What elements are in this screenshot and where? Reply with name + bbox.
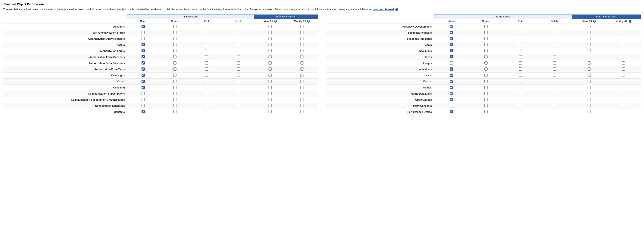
checkbox-cell-delete[interactable] bbox=[222, 79, 254, 85]
modify_all-checkbox[interactable] bbox=[300, 37, 304, 40]
checkbox-cell-view_all[interactable] bbox=[254, 54, 286, 60]
checkbox-cell-edit[interactable] bbox=[503, 97, 538, 103]
delete-checkbox[interactable] bbox=[237, 98, 240, 101]
checkbox-cell-delete[interactable] bbox=[538, 97, 572, 103]
checkbox-cell-delete[interactable] bbox=[538, 73, 572, 79]
edit-checkbox[interactable] bbox=[519, 80, 522, 83]
checkbox-cell-read[interactable] bbox=[127, 60, 159, 66]
checkbox-cell-create[interactable] bbox=[469, 54, 503, 60]
checkbox-cell-create[interactable] bbox=[159, 97, 191, 103]
modify_all-checkbox[interactable] bbox=[300, 110, 304, 113]
checkbox-cell-view_all[interactable] bbox=[254, 91, 286, 97]
checkbox-cell-view_all[interactable] bbox=[572, 97, 606, 103]
modify_all-checkbox[interactable] bbox=[300, 104, 304, 107]
edit-checkbox[interactable] bbox=[205, 55, 208, 58]
checkbox-cell-read[interactable] bbox=[127, 30, 159, 36]
right-viewall-info-icon[interactable]: i bbox=[593, 20, 596, 23]
checkbox-cell-edit[interactable] bbox=[191, 60, 222, 66]
create-checkbox[interactable] bbox=[484, 92, 488, 95]
checkbox-cell-edit[interactable] bbox=[191, 66, 222, 73]
checkbox-cell-modify_all[interactable] bbox=[606, 24, 641, 30]
edit-checkbox[interactable] bbox=[205, 98, 208, 101]
checkbox-cell-modify_all[interactable] bbox=[606, 91, 641, 97]
modify_all-checkbox[interactable] bbox=[622, 104, 625, 107]
checkbox-cell-create[interactable] bbox=[159, 60, 191, 66]
checkbox-cell-delete[interactable] bbox=[538, 36, 572, 42]
right-modifyall-info-icon[interactable]: i bbox=[629, 20, 631, 23]
checkbox-cell-create[interactable] bbox=[159, 91, 191, 97]
checkbox-cell-delete[interactable] bbox=[222, 42, 254, 48]
checkbox-cell-edit[interactable] bbox=[503, 109, 538, 115]
checkbox-cell-view_all[interactable] bbox=[572, 109, 606, 115]
create-checkbox[interactable] bbox=[484, 43, 488, 46]
checkbox-cell-create[interactable] bbox=[469, 48, 503, 54]
checkbox-cell-edit[interactable] bbox=[191, 73, 222, 79]
checkbox-cell-create[interactable] bbox=[159, 103, 191, 109]
checkbox-cell-view_all[interactable] bbox=[572, 60, 606, 66]
checkbox-cell-edit[interactable] bbox=[503, 36, 538, 42]
modify_all-checkbox[interactable] bbox=[300, 55, 304, 58]
read-checkbox[interactable] bbox=[142, 104, 145, 107]
checkbox-cell-modify_all[interactable] bbox=[606, 48, 641, 54]
create-checkbox[interactable] bbox=[484, 98, 488, 101]
checkbox-cell-create[interactable] bbox=[469, 91, 503, 97]
delete-checkbox[interactable] bbox=[553, 43, 556, 46]
read-checkbox[interactable] bbox=[142, 61, 145, 65]
view_all-checkbox[interactable] bbox=[588, 86, 591, 89]
edit-checkbox[interactable] bbox=[519, 61, 522, 65]
checkbox-cell-edit[interactable] bbox=[503, 85, 538, 91]
edit-checkbox[interactable] bbox=[205, 104, 208, 107]
checkbox-cell-view_all[interactable] bbox=[254, 73, 286, 79]
checkbox-cell-view_all[interactable] bbox=[254, 42, 286, 48]
create-checkbox[interactable] bbox=[484, 55, 488, 58]
view_all-checkbox[interactable] bbox=[268, 74, 272, 77]
checkbox-cell-read[interactable] bbox=[127, 109, 159, 115]
create-checkbox[interactable] bbox=[173, 110, 176, 113]
checkbox-cell-delete[interactable] bbox=[222, 73, 254, 79]
checkbox-cell-create[interactable] bbox=[469, 42, 503, 48]
checkbox-cell-modify_all[interactable] bbox=[286, 109, 318, 115]
checkbox-cell-modify_all[interactable] bbox=[286, 48, 318, 54]
delete-checkbox[interactable] bbox=[237, 43, 240, 46]
checkbox-cell-edit[interactable] bbox=[503, 66, 538, 73]
checkbox-cell-modify_all[interactable] bbox=[606, 103, 641, 109]
read-checkbox[interactable] bbox=[450, 61, 453, 65]
delete-checkbox[interactable] bbox=[237, 110, 240, 113]
create-checkbox[interactable] bbox=[484, 67, 488, 71]
edit-checkbox[interactable] bbox=[519, 31, 522, 34]
checkbox-cell-read[interactable] bbox=[434, 66, 468, 73]
read-checkbox[interactable] bbox=[142, 25, 145, 28]
edit-checkbox[interactable] bbox=[205, 31, 208, 34]
checkbox-cell-read[interactable] bbox=[127, 42, 159, 48]
checkbox-cell-delete[interactable] bbox=[222, 91, 254, 97]
checkbox-cell-view_all[interactable] bbox=[254, 97, 286, 103]
create-checkbox[interactable] bbox=[484, 49, 488, 52]
create-checkbox[interactable] bbox=[173, 61, 176, 65]
delete-checkbox[interactable] bbox=[237, 61, 240, 65]
checkbox-cell-view_all[interactable] bbox=[572, 85, 606, 91]
checkbox-cell-view_all[interactable] bbox=[254, 103, 286, 109]
checkbox-cell-delete[interactable] bbox=[538, 30, 572, 36]
read-checkbox[interactable] bbox=[142, 110, 145, 113]
delete-checkbox[interactable] bbox=[237, 80, 240, 83]
view_all-checkbox[interactable] bbox=[588, 31, 591, 34]
checkbox-cell-delete[interactable] bbox=[538, 24, 572, 30]
delete-checkbox[interactable] bbox=[553, 104, 556, 107]
delete-checkbox[interactable] bbox=[553, 74, 556, 77]
checkbox-cell-edit[interactable] bbox=[503, 30, 538, 36]
checkbox-cell-edit[interactable] bbox=[191, 103, 222, 109]
checkbox-cell-view_all[interactable] bbox=[572, 66, 606, 73]
checkbox-cell-view_all[interactable] bbox=[572, 30, 606, 36]
checkbox-cell-create[interactable] bbox=[469, 73, 503, 79]
checkbox-cell-delete[interactable] bbox=[222, 36, 254, 42]
delete-checkbox[interactable] bbox=[553, 37, 556, 40]
checkbox-cell-edit[interactable] bbox=[191, 79, 222, 85]
read-checkbox[interactable] bbox=[142, 86, 145, 89]
checkbox-cell-view_all[interactable] bbox=[572, 36, 606, 42]
view_all-checkbox[interactable] bbox=[268, 104, 272, 107]
checkbox-cell-modify_all[interactable] bbox=[286, 85, 318, 91]
help-icon[interactable]: ? bbox=[395, 8, 398, 11]
read-checkbox[interactable] bbox=[450, 74, 453, 77]
create-checkbox[interactable] bbox=[173, 74, 176, 77]
delete-checkbox[interactable] bbox=[237, 74, 240, 77]
